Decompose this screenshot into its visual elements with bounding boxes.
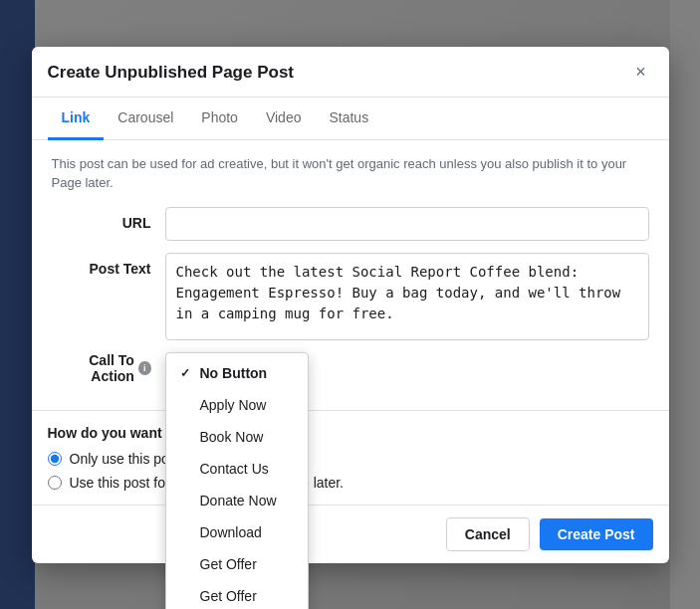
tab-carousel[interactable]: Carousel <box>104 98 187 140</box>
url-row: URL <box>52 207 649 241</box>
info-icon[interactable]: i <box>138 361 151 375</box>
url-label: URL <box>52 207 151 231</box>
post-text-label: Post Text <box>52 253 151 277</box>
dropdown-item-contact-us[interactable]: Contact Us <box>166 453 309 485</box>
radio-group: Only use this post f Use this post for a… <box>48 451 653 491</box>
info-text: This post can be used for ad creative, b… <box>52 154 649 193</box>
dropdown-item-download[interactable]: Download <box>166 516 309 548</box>
tab-photo[interactable]: Photo <box>187 98 252 140</box>
check-mark: ✓ <box>180 366 194 380</box>
tab-link[interactable]: Link <box>48 98 105 140</box>
cancel-button[interactable]: Cancel <box>446 517 530 551</box>
radio-use-post[interactable] <box>48 476 62 490</box>
tab-bar: Link Carousel Photo Video Status <box>32 98 669 140</box>
dropdown-item-get-offer-1[interactable]: Get Offer <box>166 548 309 580</box>
cta-label: Call To Action i <box>52 352 151 384</box>
dropdown-item-get-offer-2[interactable]: Get Offer <box>166 580 309 610</box>
modal-body: This post can be used for ad creative, b… <box>32 140 669 410</box>
dropdown-item-no-button[interactable]: ✓ No Button <box>166 357 309 389</box>
cta-dropdown: ✓ No Button Apply Now Book Now Contact U… <box>165 352 310 610</box>
cta-row: Call To Action i ✓ No Button Apply Now B… <box>52 352 649 384</box>
post-text-row: Post Text Check out the latest Social Re… <box>52 253 649 340</box>
radio-row-use: Use this post for ar blished to the Page… <box>48 475 653 491</box>
dropdown-item-book-now[interactable]: Book Now <box>166 421 309 453</box>
dropdown-item-apply-now[interactable]: Apply Now <box>166 389 309 421</box>
how-section: How do you want to u Only use this post … <box>32 410 669 505</box>
modal-header: Create Unpublished Page Post × <box>32 47 669 98</box>
how-title: How do you want to u <box>48 425 653 441</box>
url-input[interactable] <box>165 207 649 241</box>
create-post-modal: Create Unpublished Page Post × Link Caro… <box>32 47 669 563</box>
tab-status[interactable]: Status <box>315 98 382 140</box>
post-text-input[interactable]: Check out the latest Social Report Coffe… <box>165 253 649 340</box>
radio-only-post[interactable] <box>48 452 62 466</box>
create-post-button[interactable]: Create Post <box>540 518 653 550</box>
tab-video[interactable]: Video <box>252 98 316 140</box>
close-button[interactable]: × <box>629 61 653 85</box>
modal-title: Create Unpublished Page Post <box>48 63 295 83</box>
dropdown-item-donate-now[interactable]: Donate Now <box>166 485 309 516</box>
radio-row-only: Only use this post f <box>48 451 653 467</box>
modal-footer: Cancel Create Post <box>32 505 669 563</box>
